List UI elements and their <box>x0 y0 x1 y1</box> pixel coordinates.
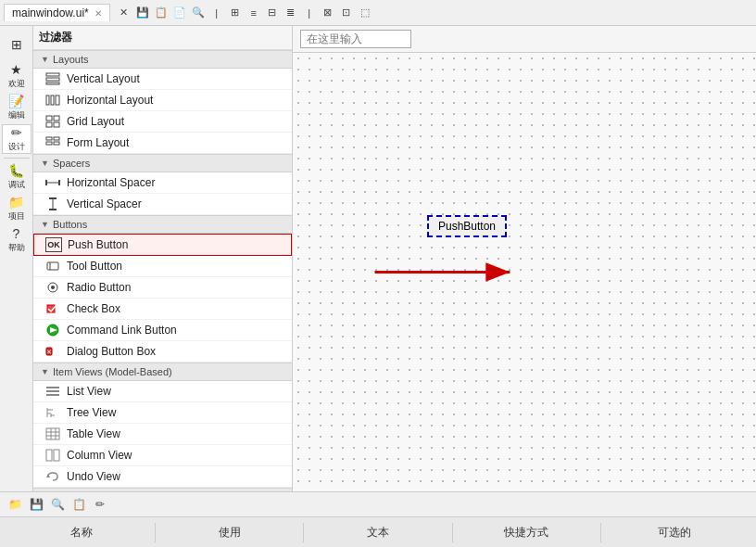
sidebar-item-project[interactable]: 📁 项目 <box>2 194 32 223</box>
svg-rect-7 <box>54 116 59 121</box>
debug-icon: 🐛 <box>8 163 24 178</box>
dialog-button-box-icon: ✕ <box>44 344 61 359</box>
svg-rect-3 <box>46 95 49 105</box>
design-icon: ✏ <box>11 125 22 140</box>
top-toolbar: ✕ 💾 📋 📄 🔍 | ⊞ ≡ ⊟ ≣ | ⊠ ⊡ ⬚ <box>116 5 373 21</box>
widget-list: ▼ Layouts Vertical Layout Horizontal Lay… <box>33 50 292 491</box>
help-label: 帮助 <box>8 242 25 254</box>
bottom-save-icon[interactable]: 💾 <box>27 495 45 514</box>
sidebar-item-home[interactable]: ⊞ <box>2 30 32 59</box>
vertical-spacer-icon <box>44 197 61 211</box>
toolbar-align1-icon[interactable]: ⊞ <box>227 5 244 21</box>
help-icon: ? <box>13 226 20 241</box>
toolbar-x-icon[interactable]: ✕ <box>116 5 132 21</box>
toolbar-align4-icon[interactable]: ≣ <box>283 5 299 21</box>
category-item-views[interactable]: ▼ Item Views (Model-Based) <box>33 363 292 381</box>
toolbar-align3-icon[interactable]: ⊟ <box>264 5 281 21</box>
list-view-icon <box>44 384 61 399</box>
category-buttons[interactable]: ▼ Buttons <box>33 215 292 234</box>
canvas-search-input[interactable] <box>300 30 411 48</box>
close-tab-button[interactable]: ✕ <box>94 8 102 19</box>
layouts-arrow-icon: ▼ <box>41 55 49 64</box>
bottom-copy-icon[interactable]: 📋 <box>69 495 88 514</box>
svg-rect-0 <box>46 73 59 76</box>
svg-rect-13 <box>54 142 59 145</box>
arrow-graphic <box>293 53 756 491</box>
left-sidebar: ⊞ ★ 欢迎 📝 编辑 ✏ 设计 🐛 调试 📁 项目 ? 帮助 <box>0 26 33 491</box>
sidebar-item-debug[interactable]: 🐛 调试 <box>2 162 32 192</box>
check-box-icon <box>44 301 61 316</box>
widget-grid-layout[interactable]: Grid Layout <box>33 111 292 133</box>
widget-vertical-spacer[interactable]: Vertical Spacer <box>33 194 292 215</box>
svg-rect-11 <box>54 137 59 140</box>
spacers-label: Spacers <box>53 158 90 169</box>
svg-rect-32 <box>46 390 59 392</box>
buttons-arrow-icon: ▼ <box>41 220 49 229</box>
svg-rect-22 <box>47 262 58 270</box>
widget-push-button[interactable]: OK Push Button <box>33 234 292 256</box>
toolbar-find-icon[interactable]: 🔍 <box>190 5 207 21</box>
sidebar-item-welcome[interactable]: ★ 欢迎 <box>2 61 32 91</box>
widget-tool-button[interactable]: Tool Button <box>33 256 292 277</box>
canvas-header <box>293 26 756 53</box>
widget-undo-view[interactable]: Undo View <box>33 466 292 488</box>
design-label: 设计 <box>8 141 25 153</box>
layouts-label: Layouts <box>53 54 89 65</box>
widget-list-view[interactable]: List View <box>33 381 292 402</box>
grid-layout-label: Grid Layout <box>67 115 124 128</box>
widget-command-link-button[interactable]: Command Link Button <box>33 320 292 341</box>
column-view-icon <box>44 448 61 463</box>
widget-vertical-layout[interactable]: Vertical Layout <box>33 69 292 90</box>
widget-form-layout[interactable]: Form Layout <box>33 133 292 154</box>
svg-rect-33 <box>46 394 59 396</box>
toolbar-grid2-icon[interactable]: ⊡ <box>338 5 355 21</box>
item-views-label: Item Views (Model-Based) <box>53 366 172 377</box>
col-optional: 可选的 <box>601 523 749 542</box>
tree-view-label: Tree View <box>67 406 116 419</box>
category-layouts[interactable]: ▼ Layouts <box>33 50 292 69</box>
toolbar-copy-icon[interactable]: 📋 <box>153 5 170 21</box>
toolbar-paste-icon[interactable]: 📄 <box>171 5 188 21</box>
widget-check-box[interactable]: Check Box <box>33 299 292 320</box>
widget-dialog-button-box[interactable]: ✕ Dialog Button Box <box>33 341 292 363</box>
widget-table-view[interactable]: Table View <box>33 424 292 445</box>
bottom-find-icon[interactable]: 🔍 <box>48 495 67 514</box>
push-button-canvas-widget[interactable]: PushButton <box>427 215 507 237</box>
col-name: 名称 <box>7 523 156 542</box>
main-area: ⊞ ★ 欢迎 📝 编辑 ✏ 设计 🐛 调试 📁 项目 ? 帮助 过滤 <box>0 26 756 491</box>
svg-point-25 <box>51 286 55 289</box>
top-bar: mainwindow.ui* ✕ ✕ 💾 📋 📄 🔍 | ⊞ ≡ ⊟ ≣ | ⊠… <box>0 0 756 26</box>
column-view-label: Column View <box>67 449 132 462</box>
svg-rect-45 <box>54 450 59 461</box>
canvas-main[interactable]: PushButton <box>293 53 756 491</box>
bottom-open-icon[interactable]: 📁 <box>6 495 24 514</box>
project-icon: 📁 <box>8 195 24 210</box>
bottom-edit-icon[interactable]: ✏ <box>91 495 109 514</box>
file-tab[interactable]: mainwindow.ui* ✕ <box>4 4 110 21</box>
widget-column-view[interactable]: Column View <box>33 445 292 466</box>
bottom-table-header: 名称 使用 文本 快捷方式 可选的 <box>0 517 756 547</box>
undo-view-label: Undo View <box>67 470 120 483</box>
sidebar-item-help[interactable]: ? 帮助 <box>2 225 32 255</box>
widget-tree-view[interactable]: Tree View <box>33 402 292 424</box>
toolbar-align2-icon[interactable]: ≡ <box>246 5 262 21</box>
widget-radio-button[interactable]: Radio Button <box>33 277 292 299</box>
command-link-button-icon <box>44 323 61 337</box>
sidebar-item-design[interactable]: ✏ 设计 <box>2 124 32 154</box>
grid-layout-icon <box>44 114 61 129</box>
toolbar-grid1-icon[interactable]: ⊠ <box>320 5 336 21</box>
toolbar-save-icon[interactable]: 💾 <box>134 5 151 21</box>
tool-button-icon <box>44 259 61 274</box>
widget-horizontal-layout[interactable]: Horizontal Layout <box>33 90 292 111</box>
svg-rect-31 <box>46 387 59 388</box>
bottom-toolbar: 📁 💾 🔍 📋 ✏ <box>0 492 756 517</box>
category-spacers[interactable]: ▼ Spacers <box>33 154 292 172</box>
toolbar-grid3-icon[interactable]: ⬚ <box>357 5 373 21</box>
svg-rect-8 <box>46 122 52 127</box>
widget-horizontal-spacer[interactable]: Horizontal Spacer <box>33 172 292 194</box>
svg-rect-1 <box>46 78 59 81</box>
command-link-button-label: Command Link Button <box>67 324 177 337</box>
sidebar-item-edit[interactable]: 📝 编辑 <box>2 93 32 122</box>
radio-button-label: Radio Button <box>67 281 131 294</box>
horizontal-layout-label: Horizontal Layout <box>67 94 153 107</box>
